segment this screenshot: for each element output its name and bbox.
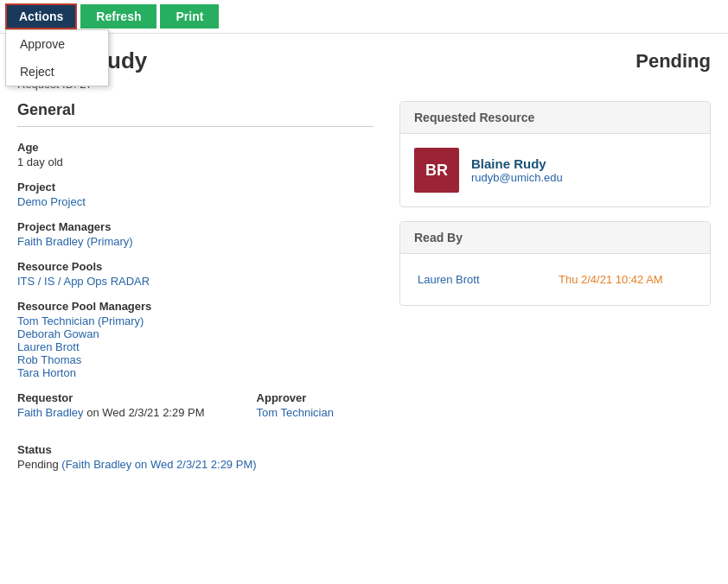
- age-value: 1 day old: [17, 156, 374, 168]
- status-value: Pending (Faith Bradley on Wed 2/3/21 2:2…: [17, 458, 374, 471]
- resource-email[interactable]: rudyb@umich.edu: [471, 171, 563, 184]
- project-managers-value[interactable]: Faith Bradley (Primary): [17, 235, 374, 248]
- left-column: General Age 1 day old Project Demo Proje…: [17, 101, 374, 483]
- requestor-value: Faith Bradley on Wed 2/3/21 2:29 PM: [17, 406, 205, 419]
- actions-button[interactable]: Actions: [5, 3, 77, 29]
- age-label: Age: [17, 141, 374, 154]
- resource-row: BR Blaine Rudy rudyb@umich.edu: [414, 148, 696, 193]
- read-by-date: Thu 2/4/21 10:42 AM: [555, 268, 696, 291]
- page-container: Actions Approve Reject Refresh Print Bla…: [0, 0, 728, 483]
- requestor-label: Requestor: [17, 391, 205, 404]
- resource-pool-manager-item[interactable]: Tom Technician (Primary): [17, 314, 374, 327]
- status-detail: (Faith Bradley on Wed 2/3/21 2:29 PM): [59, 458, 257, 471]
- requested-resource-card: Requested Resource BR Blaine Rudy rudyb@…: [399, 101, 711, 207]
- resource-pools-label: Resource Pools: [17, 260, 374, 273]
- requestor-date: on Wed 2/3/21 2:29 PM: [84, 406, 205, 419]
- resource-pool-manager-item[interactable]: Tara Horton: [17, 366, 374, 379]
- status-field: Status Pending (Faith Bradley on Wed 2/3…: [17, 443, 374, 471]
- print-button[interactable]: Print: [160, 4, 219, 29]
- toolbar: Actions Approve Reject Refresh Print: [0, 0, 728, 34]
- project-field: Project Demo Project: [17, 181, 374, 208]
- page-status: Pending: [635, 50, 711, 73]
- read-by-card-header: Read By: [400, 222, 710, 254]
- resource-pool-manager-item[interactable]: Lauren Brott: [17, 340, 374, 353]
- status-text: Pending: [17, 458, 59, 471]
- project-managers-field: Project Managers Faith Bradley (Primary): [17, 220, 374, 248]
- right-column: Requested Resource BR Blaine Rudy rudyb@…: [399, 101, 711, 483]
- approve-menu-item[interactable]: Approve: [6, 30, 108, 58]
- resource-pool-manager-item[interactable]: Deborah Gowan: [17, 327, 374, 340]
- age-field: Age 1 day old: [17, 141, 374, 168]
- read-by-name[interactable]: Lauren Brott: [414, 268, 555, 291]
- resource-pool-managers-list: Tom Technician (Primary)Deborah GowanLau…: [17, 314, 374, 379]
- approver-field: Approver Tom Technician: [257, 391, 334, 419]
- read-by-card: Read By Lauren BrottThu 2/4/21 10:42 AM: [399, 221, 711, 306]
- approver-label: Approver: [257, 391, 334, 404]
- read-by-table: Lauren BrottThu 2/4/21 10:42 AM: [414, 268, 696, 291]
- reject-menu-item[interactable]: Reject: [6, 58, 108, 86]
- read-by-row: Lauren BrottThu 2/4/21 10:42 AM: [414, 268, 696, 291]
- status-label: Status: [17, 443, 374, 456]
- requestor-field: Requestor Faith Bradley on Wed 2/3/21 2:…: [17, 391, 205, 419]
- requested-resource-card-body: BR Blaine Rudy rudyb@umich.edu: [400, 134, 710, 206]
- resource-pools-value[interactable]: ITS / IS / App Ops RADAR: [17, 275, 374, 288]
- approver-value[interactable]: Tom Technician: [257, 406, 334, 419]
- avatar: BR: [414, 148, 459, 193]
- general-section-title: General: [17, 101, 374, 127]
- resource-pool-managers-label: Resource Pool Managers: [17, 300, 374, 313]
- resource-pool-manager-item[interactable]: Rob Thomas: [17, 353, 374, 366]
- project-value[interactable]: Demo Project: [17, 195, 374, 208]
- requestor-approver-row: Requestor Faith Bradley on Wed 2/3/21 2:…: [17, 391, 374, 431]
- refresh-button[interactable]: Refresh: [80, 4, 156, 29]
- resource-pools-field: Resource Pools ITS / IS / App Ops RADAR: [17, 260, 374, 288]
- read-by-card-body: Lauren BrottThu 2/4/21 10:42 AM: [400, 254, 710, 305]
- request-id: Request ID: 27: [0, 78, 728, 101]
- project-managers-label: Project Managers: [17, 220, 374, 233]
- requestor-name[interactable]: Faith Bradley: [17, 406, 84, 419]
- resource-name[interactable]: Blaine Rudy: [471, 156, 563, 171]
- main-content: General Age 1 day old Project Demo Proje…: [0, 101, 728, 483]
- actions-dropdown: Approve Reject: [5, 29, 109, 86]
- resource-pool-managers-field: Resource Pool Managers Tom Technician (P…: [17, 300, 374, 379]
- project-label: Project: [17, 181, 374, 194]
- page-header: Blaine Rudy Pending: [0, 34, 728, 78]
- requested-resource-card-header: Requested Resource: [400, 102, 710, 134]
- resource-info: Blaine Rudy rudyb@umich.edu: [471, 156, 563, 184]
